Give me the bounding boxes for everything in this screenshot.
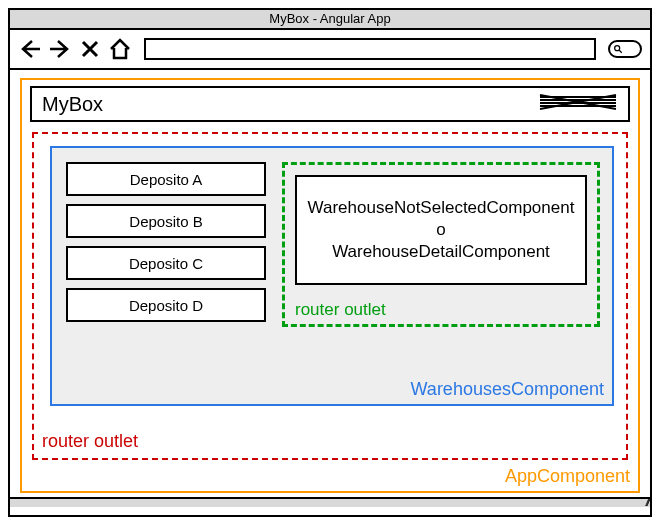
stop-icon[interactable] <box>78 37 102 61</box>
forward-icon[interactable] <box>48 37 72 61</box>
viewport: MyBox Deposito A Deposito B Deposito C D… <box>10 70 650 507</box>
resize-grip-icon[interactable]: /// <box>646 497 648 508</box>
home-icon[interactable] <box>108 37 132 61</box>
outer-router-label: router outlet <box>42 431 138 452</box>
deposit-label: Deposito D <box>129 297 203 314</box>
search-pill[interactable] <box>608 40 642 58</box>
window-title: MyBox - Angular App <box>269 11 390 26</box>
deposit-label: Deposito C <box>129 255 203 272</box>
deposit-label: Deposito B <box>129 213 202 230</box>
warehouses-label: WarehousesComponent <box>411 379 604 400</box>
detail-text-line: WarehouseNotSelectedComponent <box>308 197 575 219</box>
outer-router-outlet: Deposito A Deposito B Deposito C Deposit… <box>32 132 628 460</box>
placeholder-scribble-icon <box>538 93 618 116</box>
deposit-button[interactable]: Deposito A <box>66 162 266 196</box>
inner-router-label: router outlet <box>295 300 386 320</box>
detail-text-line: WarehouseDetailComponent <box>332 241 550 263</box>
svg-point-0 <box>615 46 620 51</box>
deposit-button[interactable]: Deposito C <box>66 246 266 280</box>
window-titlebar: MyBox - Angular App <box>10 10 650 30</box>
deposit-label: Deposito A <box>130 171 203 188</box>
browser-window: MyBox - Angular App MyBox <box>8 8 652 517</box>
deposit-button[interactable]: Deposito B <box>66 204 266 238</box>
deposit-list: Deposito A Deposito B Deposito C Deposit… <box>66 162 266 330</box>
detail-placeholder-box: WarehouseNotSelectedComponent o Warehous… <box>295 175 587 285</box>
back-icon[interactable] <box>18 37 42 61</box>
detail-text-or: o <box>436 219 445 241</box>
inner-router-outlet: WarehouseNotSelectedComponent o Warehous… <box>282 162 600 327</box>
deposit-button[interactable]: Deposito D <box>66 288 266 322</box>
warehouses-component-box: Deposito A Deposito B Deposito C Deposit… <box>50 146 614 406</box>
app-component-box: MyBox Deposito A Deposito B Deposito C D… <box>20 78 640 493</box>
browser-navbar <box>10 30 650 70</box>
status-bar: /// <box>10 497 650 507</box>
app-header: MyBox <box>30 86 630 122</box>
app-name: MyBox <box>42 93 103 116</box>
app-component-label: AppComponent <box>505 466 630 487</box>
url-bar[interactable] <box>144 38 596 60</box>
